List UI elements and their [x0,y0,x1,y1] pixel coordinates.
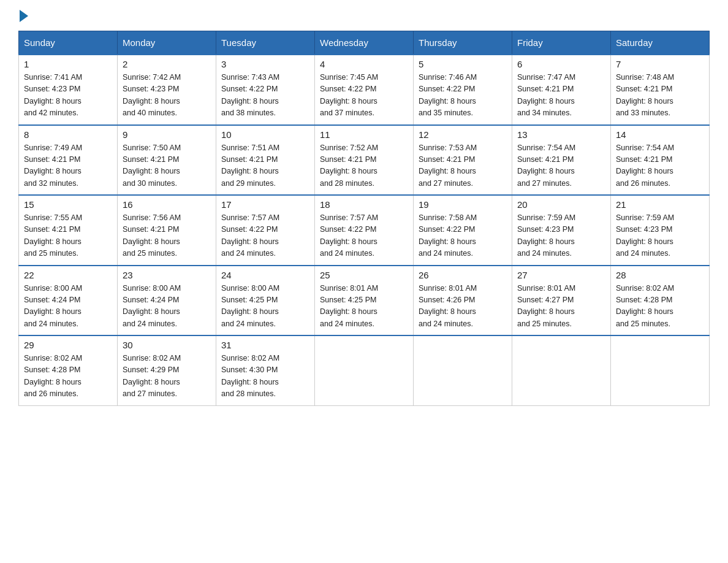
day-number: 11 [320,129,408,140]
day-info: Sunrise: 8:01 AM Sunset: 4:27 PM Dayligh… [517,283,605,331]
day-info: Sunrise: 7:53 AM Sunset: 4:21 PM Dayligh… [419,142,507,190]
day-info: Sunrise: 7:46 AM Sunset: 4:22 PM Dayligh… [419,72,507,120]
day-number: 17 [221,199,309,210]
day-number: 30 [123,340,211,350]
day-info: Sunrise: 7:45 AM Sunset: 4:22 PM Dayligh… [320,72,408,120]
day-number: 25 [320,270,408,280]
week-row-5: 29 Sunrise: 8:02 AM Sunset: 4:28 PM Dayl… [19,335,710,405]
day-info: Sunrise: 8:02 AM Sunset: 4:30 PM Dayligh… [221,353,309,400]
week-row-2: 8 Sunrise: 7:49 AM Sunset: 4:21 PM Dayli… [19,125,710,196]
day-info: Sunrise: 8:02 AM Sunset: 4:28 PM Dayligh… [616,283,704,331]
day-number: 22 [24,270,112,280]
weekday-header-saturday: Saturday [611,31,710,55]
day-number: 20 [517,199,605,210]
day-number: 10 [221,129,309,140]
day-info: Sunrise: 7:42 AM Sunset: 4:23 PM Dayligh… [123,72,211,120]
empty-cell [512,335,611,405]
empty-cell [315,335,414,405]
day-cell-9: 9 Sunrise: 7:50 AM Sunset: 4:21 PM Dayli… [118,125,216,196]
day-info: Sunrise: 8:01 AM Sunset: 4:25 PM Dayligh… [320,283,408,331]
day-cell-16: 16 Sunrise: 7:56 AM Sunset: 4:21 PM Dayl… [118,195,216,266]
day-number: 31 [221,340,309,350]
weekday-header-friday: Friday [512,31,611,55]
calendar-table: SundayMondayTuesdayWednesdayThursdayFrid… [18,31,710,406]
day-info: Sunrise: 8:02 AM Sunset: 4:28 PM Dayligh… [24,353,112,400]
day-number: 29 [24,340,112,350]
day-number: 4 [320,59,408,69]
day-number: 24 [221,270,309,280]
day-cell-28: 28 Sunrise: 8:02 AM Sunset: 4:28 PM Dayl… [611,266,710,336]
day-cell-18: 18 Sunrise: 7:57 AM Sunset: 4:22 PM Dayl… [315,195,414,266]
day-number: 28 [616,270,704,280]
day-cell-24: 24 Sunrise: 8:00 AM Sunset: 4:25 PM Dayl… [216,266,315,336]
day-number: 9 [123,129,211,140]
day-number: 21 [616,199,704,210]
day-cell-27: 27 Sunrise: 8:01 AM Sunset: 4:27 PM Dayl… [512,266,611,336]
day-info: Sunrise: 7:51 AM Sunset: 4:21 PM Dayligh… [221,142,309,190]
day-cell-17: 17 Sunrise: 7:57 AM Sunset: 4:22 PM Dayl… [216,195,315,266]
day-cell-3: 3 Sunrise: 7:43 AM Sunset: 4:22 PM Dayli… [216,55,315,125]
day-info: Sunrise: 8:02 AM Sunset: 4:29 PM Dayligh… [123,353,211,400]
day-cell-8: 8 Sunrise: 7:49 AM Sunset: 4:21 PM Dayli… [19,125,118,196]
day-number: 7 [616,59,704,69]
day-number: 14 [616,129,704,140]
day-cell-12: 12 Sunrise: 7:53 AM Sunset: 4:21 PM Dayl… [414,125,512,196]
day-info: Sunrise: 7:54 AM Sunset: 4:21 PM Dayligh… [616,142,704,190]
day-cell-6: 6 Sunrise: 7:47 AM Sunset: 4:21 PM Dayli… [512,55,611,125]
empty-cell [611,335,710,405]
day-info: Sunrise: 8:00 AM Sunset: 4:24 PM Dayligh… [24,283,112,331]
day-cell-2: 2 Sunrise: 7:42 AM Sunset: 4:23 PM Dayli… [118,55,216,125]
weekday-header-wednesday: Wednesday [315,31,414,55]
day-cell-11: 11 Sunrise: 7:52 AM Sunset: 4:21 PM Dayl… [315,125,414,196]
day-number: 3 [221,59,309,69]
week-row-3: 15 Sunrise: 7:55 AM Sunset: 4:21 PM Dayl… [19,195,710,266]
day-number: 15 [24,199,112,210]
day-cell-30: 30 Sunrise: 8:02 AM Sunset: 4:29 PM Dayl… [118,335,216,405]
week-row-1: 1 Sunrise: 7:41 AM Sunset: 4:23 PM Dayli… [19,55,710,125]
day-cell-26: 26 Sunrise: 8:01 AM Sunset: 4:26 PM Dayl… [414,266,512,336]
day-info: Sunrise: 7:47 AM Sunset: 4:21 PM Dayligh… [517,72,605,120]
day-cell-22: 22 Sunrise: 8:00 AM Sunset: 4:24 PM Dayl… [19,266,118,336]
day-number: 23 [123,270,211,280]
day-cell-19: 19 Sunrise: 7:58 AM Sunset: 4:22 PM Dayl… [414,195,512,266]
day-info: Sunrise: 7:50 AM Sunset: 4:21 PM Dayligh… [123,142,211,190]
day-number: 6 [517,59,605,69]
day-info: Sunrise: 8:00 AM Sunset: 4:25 PM Dayligh… [221,283,309,331]
weekday-header-tuesday: Tuesday [216,31,315,55]
day-cell-31: 31 Sunrise: 8:02 AM Sunset: 4:30 PM Dayl… [216,335,315,405]
day-info: Sunrise: 7:48 AM Sunset: 4:21 PM Dayligh… [616,72,704,120]
day-cell-7: 7 Sunrise: 7:48 AM Sunset: 4:21 PM Dayli… [611,55,710,125]
day-info: Sunrise: 7:59 AM Sunset: 4:23 PM Dayligh… [616,212,704,260]
day-number: 26 [419,270,507,280]
page-header [18,12,710,20]
day-number: 2 [123,59,211,69]
day-info: Sunrise: 7:58 AM Sunset: 4:22 PM Dayligh… [419,212,507,260]
day-number: 27 [517,270,605,280]
day-cell-21: 21 Sunrise: 7:59 AM Sunset: 4:23 PM Dayl… [611,195,710,266]
day-info: Sunrise: 7:57 AM Sunset: 4:22 PM Dayligh… [320,212,408,260]
day-info: Sunrise: 7:43 AM Sunset: 4:22 PM Dayligh… [221,72,309,120]
day-cell-4: 4 Sunrise: 7:45 AM Sunset: 4:22 PM Dayli… [315,55,414,125]
day-number: 16 [123,199,211,210]
day-info: Sunrise: 8:01 AM Sunset: 4:26 PM Dayligh… [419,283,507,331]
day-number: 5 [419,59,507,69]
logo-triangle-icon [20,10,28,22]
day-info: Sunrise: 8:00 AM Sunset: 4:24 PM Dayligh… [123,283,211,331]
day-number: 13 [517,129,605,140]
day-number: 18 [320,199,408,210]
day-number: 1 [24,59,112,69]
day-cell-13: 13 Sunrise: 7:54 AM Sunset: 4:21 PM Dayl… [512,125,611,196]
logo [18,12,28,20]
day-number: 12 [419,129,507,140]
day-info: Sunrise: 7:54 AM Sunset: 4:21 PM Dayligh… [517,142,605,190]
day-cell-10: 10 Sunrise: 7:51 AM Sunset: 4:21 PM Dayl… [216,125,315,196]
day-info: Sunrise: 7:56 AM Sunset: 4:21 PM Dayligh… [123,212,211,260]
day-info: Sunrise: 7:49 AM Sunset: 4:21 PM Dayligh… [24,142,112,190]
day-cell-15: 15 Sunrise: 7:55 AM Sunset: 4:21 PM Dayl… [19,195,118,266]
day-cell-5: 5 Sunrise: 7:46 AM Sunset: 4:22 PM Dayli… [414,55,512,125]
day-info: Sunrise: 7:41 AM Sunset: 4:23 PM Dayligh… [24,72,112,120]
day-cell-29: 29 Sunrise: 8:02 AM Sunset: 4:28 PM Dayl… [19,335,118,405]
empty-cell [414,335,512,405]
day-cell-20: 20 Sunrise: 7:59 AM Sunset: 4:23 PM Dayl… [512,195,611,266]
weekday-header-sunday: Sunday [19,31,118,55]
